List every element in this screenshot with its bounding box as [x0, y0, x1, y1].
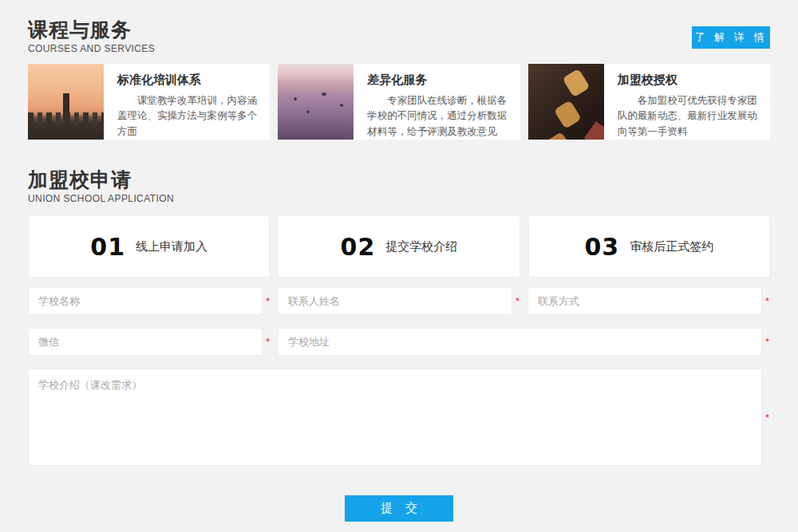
application-subtitle: UNION SCHOOL APPLICATION: [28, 193, 770, 204]
application-title: 加盟校申请: [28, 167, 770, 191]
step-label: 提交学校介绍: [385, 239, 457, 254]
required-asterisk: *: [765, 337, 770, 347]
service-card-franchise-authorization[interactable]: 加盟校授权 各加盟校可优先获得专家团队的最新动态、最新行业发展动向等第一手资料: [528, 64, 770, 140]
step-card-1: 01 线上申请加入: [28, 215, 270, 278]
application-form: * * * * * *: [28, 287, 770, 466]
required-asterisk: *: [765, 412, 770, 423]
contact-phone-field: *: [527, 287, 770, 315]
learn-more-button[interactable]: 了 解 详 情: [692, 26, 770, 49]
school-name-input[interactable]: [28, 287, 263, 315]
submit-button[interactable]: 提 交: [345, 495, 453, 522]
courses-section-header: 课程与服务 COURSES AND SERVICES 了 解 详 情: [28, 18, 770, 54]
contact-name-field: *: [278, 287, 520, 315]
school-intro-field: *: [28, 368, 770, 466]
school-name-field: *: [28, 287, 271, 315]
service-card-desc: 课堂教学改革培训，内容涵盖理论、实操方法与案例等多个方面: [117, 93, 260, 140]
service-card-title: 加盟校授权: [618, 73, 760, 88]
service-cards-row: 标准化培训体系 课堂教学改革培训，内容涵盖理论、实操方法与案例等多个方面 差异化…: [28, 64, 770, 140]
school-address-input[interactable]: [278, 328, 762, 356]
desert-dusk-image: [278, 64, 354, 140]
step-card-2: 02 提交学校介绍: [278, 215, 519, 278]
submit-row: 提 交: [28, 495, 770, 522]
application-section-header: 加盟校申请 UNION SCHOOL APPLICATION: [28, 167, 770, 204]
application-steps-row: 01 线上申请加入 02 提交学校介绍 03 审核后正式签约: [28, 215, 770, 278]
required-asterisk: *: [516, 296, 520, 306]
wechat-field: *: [28, 328, 271, 356]
city-skyline-sunset-image: [28, 64, 104, 140]
required-asterisk: *: [765, 296, 770, 306]
service-card-standard-training[interactable]: 标准化培训体系 课堂教学改革培训，内容涵盖理论、实操方法与案例等多个方面: [28, 64, 270, 140]
step-number: 02: [341, 233, 376, 261]
step-card-3: 03 审核后正式签约: [528, 215, 770, 278]
required-asterisk: *: [266, 337, 271, 347]
page-container: 课程与服务 COURSES AND SERVICES 了 解 详 情 标准化培训…: [0, 0, 798, 522]
courses-subtitle: COURSES AND SERVICES: [28, 43, 770, 54]
service-card-title: 差异化服务: [367, 73, 510, 88]
wechat-input[interactable]: [28, 328, 263, 356]
contact-phone-input[interactable]: [527, 287, 762, 315]
service-card-desc: 各加盟校可优先获得专家团队的最新动态、最新行业发展动向等第一手资料: [618, 93, 760, 140]
step-label: 审核后正式签约: [630, 239, 713, 254]
step-number: 01: [90, 233, 125, 261]
required-asterisk: *: [266, 296, 271, 306]
school-address-field: *: [278, 328, 770, 356]
service-card-title: 标准化培训体系: [117, 73, 260, 88]
service-card-desc: 专家团队在线诊断，根据各学校的不同情况，通过分析数据材料等，给予评测及教改意见: [367, 93, 510, 140]
courses-title: 课程与服务: [28, 18, 770, 41]
contact-name-input[interactable]: [278, 287, 512, 315]
school-intro-textarea[interactable]: [28, 368, 762, 466]
service-card-differentiated-service[interactable]: 差异化服务 专家团队在线诊断，根据各学校的不同情况，通过分析数据材料等，给予评测…: [278, 64, 519, 140]
step-label: 线上申请加入: [136, 239, 207, 254]
film-strip-image: [528, 64, 604, 140]
step-number: 03: [584, 233, 619, 261]
